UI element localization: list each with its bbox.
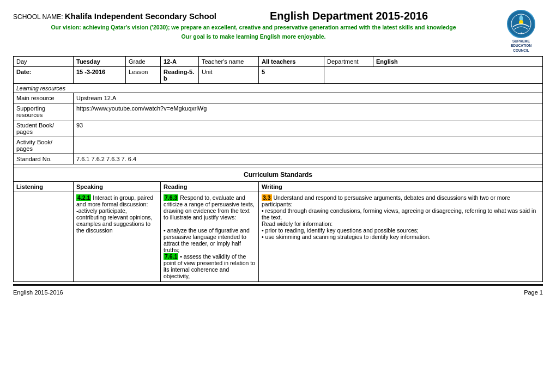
logo-line2: EDUCATION <box>511 44 531 48</box>
date-label: Date: <box>14 67 74 84</box>
reading-badge2: 7.6.1 <box>164 253 178 260</box>
standard-row: Standard No. 7.6.1 7.6.2 7.6.3 7. 6.4 <box>14 154 543 164</box>
activity-book-label: Activity Book/ pages <box>14 137 74 154</box>
dept-value: English <box>373 57 543 67</box>
writing-bullet2: • prior to reading, identify key questio… <box>262 227 419 234</box>
grade-label: Grade <box>126 57 161 67</box>
logo-line1: SUPREME <box>511 39 531 44</box>
writing-badge: 3.3 <box>262 194 272 201</box>
footer-right: Page 1 <box>524 289 543 296</box>
writing-subhead: Read widely for information: <box>262 220 333 227</box>
teacher-label: Teacher's name <box>199 57 259 67</box>
logo-text: SUPREME EDUCATION COUNCIL <box>511 39 531 53</box>
dept-label: Department <box>324 57 373 67</box>
standard-label: Standard No. <box>14 154 74 164</box>
logo-svg: ★ <box>507 10 535 38</box>
main-resource-row: Main resource Upstream 12.A <box>14 93 543 103</box>
date-value: 15 -3-2016 <box>74 67 126 84</box>
activity-book-row: Activity Book/ pages <box>14 137 543 154</box>
footer-left: English 2015-2016 <box>13 289 63 296</box>
reading-badge: 7.6.3 <box>164 194 178 201</box>
header: SCHOOL NAME: Khalifa Independent Seconda… <box>13 10 543 53</box>
grade-value: 12-A <box>161 57 199 67</box>
writing-content: 3.3 Understand and respond to persuasive… <box>259 192 543 282</box>
school-label: SCHOOL NAME: <box>13 13 63 21</box>
school-name-block: SCHOOL NAME: Khalifa Independent Seconda… <box>13 11 253 21</box>
reading-header: Reading <box>161 182 259 192</box>
dept-title: English Department 2015-2016 <box>270 10 428 22</box>
lesson-value: Reading-5. b <box>161 67 199 84</box>
unit-label: Unit <box>199 67 259 84</box>
spacer-row <box>14 164 543 168</box>
writing-text: Understand and respond to persuasive arg… <box>262 194 510 207</box>
school-name: Khalifa Independent Secondary School <box>65 11 216 21</box>
speaking-content: 4.2.1 Interact in group, paired and more… <box>74 192 161 282</box>
listening-header: Listening <box>14 182 74 192</box>
supporting-label: Supporting resources <box>14 103 74 120</box>
supporting-value: https://www.youtube.com/watch?v=eMgkuqxr… <box>74 103 543 120</box>
lesson-label: Lesson <box>126 67 161 84</box>
dept-title-block: English Department 2015-2016 <box>253 10 494 22</box>
school-name-section: SCHOOL NAME: Khalifa Independent Seconda… <box>13 10 494 41</box>
speaking-header: Speaking <box>74 182 161 192</box>
reading-content: 7.6.3 Respond to, evaluate and criticize… <box>161 192 259 282</box>
info-row-2: Date: 15 -3-2016 Lesson Reading-5. b Uni… <box>14 67 543 84</box>
vision-line1: Our vision: achieving Qatar's vision ('2… <box>13 24 494 30</box>
spacer-cell <box>14 164 543 168</box>
student-book-label: Student Book/ pages <box>14 120 74 137</box>
main-resource-label: Main resource <box>14 93 74 103</box>
skills-content-row: 4.2.1 Interact in group, paired and more… <box>14 192 543 282</box>
listening-content <box>14 192 74 282</box>
day-value: Tuesday <box>74 57 126 67</box>
speaking-badge: 4.2.1 <box>76 194 91 201</box>
footer: English 2015-2016 Page 1 <box>13 284 543 296</box>
day-label: Day <box>14 57 74 67</box>
info-table: Day Tuesday Grade 12-A Teacher's name Al… <box>13 56 543 282</box>
supporting-row: Supporting resources https://www.youtube… <box>14 103 543 120</box>
teacher-value: All teachers <box>259 57 324 67</box>
writing-bullet3: • use skimming and scanning strategies t… <box>262 234 431 240</box>
writing-header: Writing <box>259 182 543 192</box>
learning-resources-label: Learning resources <box>14 84 543 93</box>
logo-area: ★ SUPREME EDUCATION COUNCIL <box>499 10 543 53</box>
unit-value: 5 <box>259 67 324 84</box>
main-resource-value: Upstream 12.A <box>74 93 543 103</box>
student-book-value: 93 <box>74 120 543 137</box>
logo-circle: ★ <box>507 10 535 38</box>
curriculum-header: Curriculum Standards <box>14 168 543 182</box>
activity-book-value <box>74 137 543 154</box>
page: SCHOOL NAME: Khalifa Independent Seconda… <box>0 0 556 301</box>
skills-header-row: Listening Speaking Reading Writing <box>14 182 543 192</box>
vision-line2: Our goal is to make learning English mor… <box>13 33 494 40</box>
empty-dept-row2 <box>324 67 543 84</box>
student-book-row: Student Book/ pages 93 <box>14 120 543 137</box>
learning-resources-row: Learning resources <box>14 84 543 93</box>
dept-header-row: SCHOOL NAME: Khalifa Independent Seconda… <box>13 10 494 22</box>
reading-bullet1: • analyze the use of figurative and pers… <box>164 227 250 253</box>
curriculum-header-row: Curriculum Standards <box>14 168 543 182</box>
standard-value: 7.6.1 7.6.2 7.6.3 7. 6.4 <box>74 154 543 164</box>
logo-line3: COUNCIL <box>511 48 531 53</box>
info-row-1: Day Tuesday Grade 12-A Teacher's name Al… <box>14 57 543 67</box>
writing-bullet1: • respond through drawing conclusions, f… <box>262 207 536 220</box>
